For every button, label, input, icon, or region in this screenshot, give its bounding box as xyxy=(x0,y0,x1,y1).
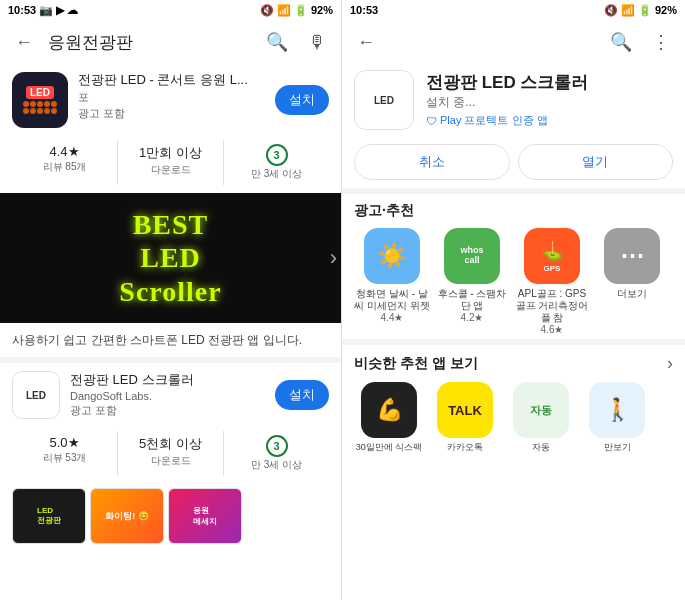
similar-section-title: 비슷한 추천 앱 보기 xyxy=(354,355,478,373)
similar-app-steps[interactable]: 🚶 만보기 xyxy=(582,382,652,454)
right-app-header: LED 전광판 LED 스크롤러 설치 중... 🛡 Play 프로텍트 인증 … xyxy=(342,64,685,136)
banner-line1: BEST xyxy=(119,208,221,242)
right-more-button[interactable]: ⋮ xyxy=(645,26,677,58)
right-app-info: 전광판 LED 스크롤러 설치 중... 🛡 Play 프로텍트 인증 앱 xyxy=(426,72,673,128)
banner-arrow-icon[interactable]: › xyxy=(330,245,337,271)
banner-text: BEST LED Scroller xyxy=(119,208,221,309)
app1-publisher: 포 xyxy=(78,90,265,105)
app1-ad: 광고 포함 xyxy=(78,106,265,121)
app1-download-cell: 1만회 이상 다운로드 xyxy=(118,140,224,185)
auto-icon: 자동 xyxy=(513,382,569,438)
app2-rating-row: 5.0★ 리뷰 53개 5천회 이상 다운로드 3 만 3세 이상 xyxy=(0,427,341,484)
app2-icon: LED xyxy=(12,371,60,419)
led-badge: LED xyxy=(26,86,54,99)
app1-banner: BEST LED Scroller › xyxy=(0,193,341,323)
open-button[interactable]: 열기 xyxy=(518,144,674,180)
thumb-pink[interactable]: 응원메세지 xyxy=(168,488,242,544)
app2-name: 전광판 LED 스크롤러 xyxy=(70,372,265,389)
install-actions: 취소 열기 xyxy=(342,136,685,188)
app2-age-cell: 3 만 3세 이상 xyxy=(224,431,329,476)
app1-download-label: 다운로드 xyxy=(151,163,191,177)
app1-name: 전광판 LED - 콘서트 응원 L... xyxy=(78,72,265,89)
golf-icon: ⛳ GPS xyxy=(524,228,580,284)
app2-age-badge: 3 xyxy=(266,435,288,457)
app1-info: 전광판 LED - 콘서트 응원 L... 포 광고 포함 xyxy=(78,72,265,121)
search-button[interactable]: 🔍 xyxy=(261,26,293,58)
app2-download-cell: 5천회 이상 다운로드 xyxy=(118,431,224,476)
right-search-button[interactable]: 🔍 xyxy=(605,26,637,58)
right-app-status: 설치 중... xyxy=(426,94,673,111)
more-apps-label: 더보기 xyxy=(617,288,647,300)
weather-app-rating: 4.4★ xyxy=(381,312,404,323)
app1-age-badge: 3 xyxy=(266,144,288,166)
right-app-badge: 🛡 Play 프로텍트 인증 앱 xyxy=(426,113,673,128)
right-back-button[interactable]: ← xyxy=(350,26,382,58)
right-status-bar: 10:53 🔇 📶 🔋 92% xyxy=(342,0,685,20)
app1-rating-label: 리뷰 85개 xyxy=(43,160,87,174)
right-battery-icon: 🔋 xyxy=(638,4,652,17)
ad-app-whoscall[interactable]: whos call 후스콜 - 스팸차단 앱 4.2★ xyxy=(434,228,510,335)
badge-text: Play 프로텍트 인증 앱 xyxy=(440,113,548,128)
led-dots xyxy=(23,101,57,114)
ad-section-title: 광고·추천 xyxy=(342,194,685,224)
app1-icon: LED xyxy=(12,72,68,128)
app1-install-button[interactable]: 설치 xyxy=(275,85,329,115)
ad-app-more[interactable]: ⋯ 더보기 xyxy=(594,228,670,335)
battery-icon: 🔋 xyxy=(294,4,308,17)
shield-icon: 🛡 xyxy=(426,115,437,127)
app2-ad: 광고 포함 xyxy=(70,403,265,418)
cloud-icon: ☁ xyxy=(67,4,78,17)
right-mute-icon: 🔇 xyxy=(604,4,618,17)
muscle-icon: 💪 xyxy=(361,382,417,438)
right-panel: 10:53 🔇 📶 🔋 92% ← 🔍 ⋮ LED 전광판 LED 스크롤러 설… xyxy=(342,0,685,600)
right-app-icon: LED xyxy=(354,70,414,130)
app2-age-label: 만 3세 이상 xyxy=(251,458,302,472)
app2-rating-val: 5.0★ xyxy=(49,435,79,450)
wifi-icon: 📶 xyxy=(277,4,291,17)
similar-app-kakao[interactable]: TALK 카카오톡 xyxy=(430,382,500,454)
whoscall-app-rating: 4.2★ xyxy=(461,312,484,323)
similar-app-muscle[interactable]: 💪 30일만에 식스팩 xyxy=(354,382,424,454)
weather-icon: ☀️ xyxy=(364,228,420,284)
golf-app-name: APL골프 : GPS 골프 거리측정어플 참 xyxy=(514,288,590,324)
page-title: 응원전광판 xyxy=(48,31,253,54)
app1-description: 사용하기 쉽고 간편한 스마트폰 LED 전광판 앱 입니다. xyxy=(0,323,341,357)
app1-rating-row: 4.4★ 리뷰 85개 1만회 이상 다운로드 3 만 3세 이상 xyxy=(0,136,341,193)
back-button[interactable]: ← xyxy=(8,26,40,58)
thumb-cheer[interactable]: 화이팅! 😊 xyxy=(90,488,164,544)
app1-rating-val: 4.4★ xyxy=(49,144,79,159)
camera-icon: 📷 xyxy=(39,4,53,17)
app2-download-val: 5천회 이상 xyxy=(139,435,202,453)
right-app-name: 전광판 LED 스크롤러 xyxy=(426,72,673,94)
steps-icon: 🚶 xyxy=(589,382,645,438)
right-battery-level: 92% xyxy=(655,4,677,16)
right-time-display: 10:53 xyxy=(350,4,378,16)
similar-app-auto[interactable]: 자동 자동 xyxy=(506,382,576,454)
similar-section-header: 비슷한 추천 앱 보기 › xyxy=(342,345,685,378)
right-top-bar: ← 🔍 ⋮ xyxy=(342,20,685,64)
similar-arrow-icon[interactable]: › xyxy=(667,353,673,374)
similar-apps-row: 💪 30일만에 식스팩 TALK 카카오톡 자동 자동 🚶 만보기 xyxy=(342,378,685,458)
status-right: 🔇 📶 🔋 92% xyxy=(260,4,333,17)
thumbnail-row: LED전광판 화이팅! 😊 응원메세지 xyxy=(0,484,341,548)
app2-info: 전광판 LED 스크롤러 DangoSoft Labs. 광고 포함 xyxy=(70,372,265,418)
app1-age-cell: 3 만 3세 이상 xyxy=(224,140,329,185)
banner-line2: LED xyxy=(119,241,221,275)
cancel-button[interactable]: 취소 xyxy=(354,144,510,180)
ad-app-weather[interactable]: ☀️ 청화면 날씨 - 날씨 미세먼지 위젯 4.4★ xyxy=(354,228,430,335)
banner-line3: Scroller xyxy=(119,275,221,309)
auto-app-name: 자동 xyxy=(532,441,550,454)
app2-rating-label: 리뷰 53개 xyxy=(43,451,87,465)
app1-rating-cell: 4.4★ 리뷰 85개 xyxy=(12,140,118,185)
status-left: 10:53 📷 ▶ ☁ xyxy=(8,4,78,17)
mic-button[interactable]: 🎙 xyxy=(301,26,333,58)
app-card-1: LED 전광판 LED - 콘서트 응원 L... 포 광고 포함 설치 xyxy=(0,64,341,136)
right-wifi-icon: 📶 xyxy=(621,4,635,17)
thumb-led[interactable]: LED전광판 xyxy=(12,488,86,544)
whoscall-app-name: 후스콜 - 스팸차단 앱 xyxy=(434,288,510,312)
app2-download-label: 다운로드 xyxy=(151,454,191,468)
left-status-bar: 10:53 📷 ▶ ☁ 🔇 📶 🔋 92% xyxy=(0,0,341,20)
ad-app-golf[interactable]: ⛳ GPS APL골프 : GPS 골프 거리측정어플 참 4.6★ xyxy=(514,228,590,335)
weather-app-name: 청화면 날씨 - 날씨 미세먼지 위젯 xyxy=(354,288,430,312)
app2-install-button[interactable]: 설치 xyxy=(275,380,329,410)
